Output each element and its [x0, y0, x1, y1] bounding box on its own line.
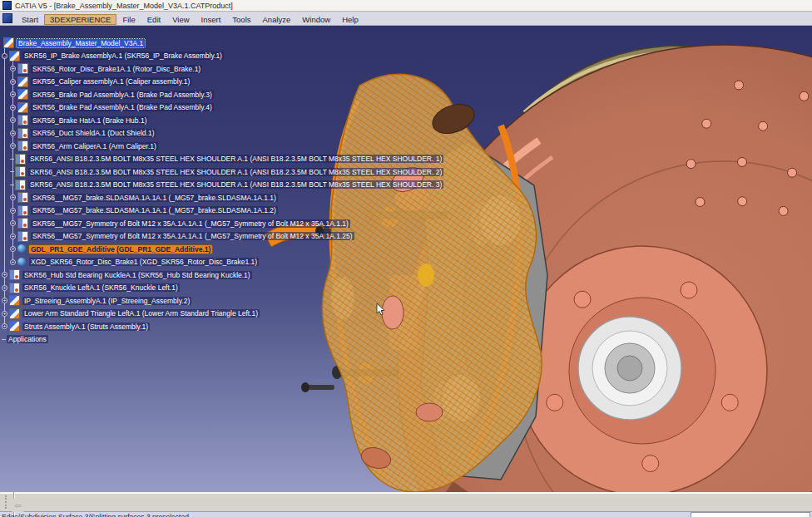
tree-item-label[interactable]: SKR56_Caliper assemblyA.1 (Caliper assem… — [31, 77, 191, 86]
tree-item-label[interactable]: Lower Arm Standard Triangle LeftA.1 (Low… — [22, 309, 260, 318]
tree-item-label[interactable]: Brake_Assembly_Master_Model_V3A.1 — [17, 39, 145, 47]
expand-node-icon[interactable]: + — [10, 259, 16, 265]
menu-item-start[interactable]: Start — [16, 14, 44, 25]
tree-item-label[interactable]: SKR56_Knuckle LeftA.1 (SKR56_Knuckle Lef… — [22, 283, 180, 292]
tree-item-label[interactable]: SKR56_Duct ShieldA.1 (Duct Shield.1) — [31, 129, 156, 137]
tree-item-label[interactable]: SKR56_Brake HatA.1 (Brake Hub.1) — [31, 116, 148, 125]
product-node-icon[interactable] — [17, 102, 28, 113]
tree-item[interactable]: SKR56_ANSI B18.2.3.5M BOLT M8x35 STEEL H… — [10, 154, 443, 165]
tree-item-label[interactable]: Applications — [7, 335, 48, 343]
tree-item[interactable]: +Struts AssemblyA.1 (Struts Assembly.1) — [2, 321, 150, 332]
product-node-icon[interactable] — [9, 51, 20, 62]
tree-item[interactable]: +SKR56_Arm CaliperA.1 (Arm Caliper.1) — [10, 140, 158, 151]
menu-item-tools[interactable]: Tools — [226, 14, 256, 25]
product-node-icon[interactable] — [3, 37, 14, 48]
part-node-icon[interactable] — [17, 115, 28, 126]
part-node-icon[interactable] — [17, 128, 28, 139]
tree-item[interactable]: Applications — [2, 334, 48, 345]
tree-item[interactable]: +SKR56__MG57_brake.SLDASMA.1A.1A.1 (_MG5… — [10, 192, 278, 203]
expand-node-icon[interactable]: + — [2, 311, 7, 317]
tree-item[interactable]: +SKR56_Caliper assemblyA.1 (Caliper asse… — [10, 76, 191, 87]
menu-item-3dexperience[interactable]: 3DEXPERIENCE — [44, 14, 116, 25]
tree-item-label[interactable]: IP_Streeing_AssemblyA.1 (IP_Streeing_Ass… — [22, 297, 191, 305]
expand-node-icon[interactable]: + — [2, 285, 7, 291]
part-node-icon[interactable] — [17, 218, 28, 229]
tree-item-label[interactable]: SKR56_Brake Pad AssemblyA.1 (Brake Pad A… — [31, 91, 214, 99]
menu-item-help[interactable]: Help — [336, 14, 364, 25]
product-node-icon[interactable] — [9, 308, 20, 319]
expand-node-icon[interactable]: + — [10, 143, 16, 149]
tree-item[interactable]: +SKR56__MG57_Symmetry of Bolt M12 x 35A.… — [10, 218, 350, 229]
tree-item-label[interactable]: SKR56_Hub Std Bearing KuckleA.1 (SKR56_H… — [22, 271, 252, 279]
tree-item[interactable]: +SKR56_Hub Std Bearing KuckleA.1 (SKR56_… — [2, 269, 252, 280]
3d-viewport[interactable]: Brake_Assembly_Master_Model_V3A.1-SKR56_… — [0, 26, 812, 492]
tree-item[interactable]: +SKR56_Rotor_Disc_Brake1A.1 (Rotor_Disc_… — [10, 63, 202, 74]
product-node-icon[interactable] — [9, 295, 20, 306]
power-input-field[interactable] — [691, 512, 810, 517]
sphere-node-icon[interactable] — [17, 258, 27, 267]
tree-item-label[interactable]: SKR56_ANSI B18.2.3.5M BOLT M8x35 STEEL H… — [28, 168, 443, 176]
tree-item[interactable]: +Lower Arm Standard Triangle LeftA.1 (Lo… — [2, 308, 260, 319]
expand-node-icon[interactable]: + — [2, 323, 7, 329]
product-node-icon[interactable] — [17, 89, 28, 100]
tree-item[interactable]: SKR56_ANSI B18.2.3.5M BOLT M8x35 STEEL H… — [10, 166, 443, 177]
part-node-icon[interactable] — [17, 140, 28, 151]
expand-node-icon[interactable]: + — [10, 117, 16, 123]
expand-node-icon[interactable]: + — [10, 91, 16, 97]
part-node-icon[interactable] — [15, 154, 26, 165]
menu-item-edit[interactable]: Edit — [141, 14, 166, 25]
tree-item-label[interactable]: SKR56_Rotor_Disc_Brake1A.1 (Rotor_Disc_B… — [31, 65, 202, 73]
tree-item-label[interactable]: SKR56__MG57_brake.SLDASMA.1A.1A.1 (_MG57… — [31, 194, 278, 202]
part-node-icon[interactable] — [9, 269, 20, 280]
expand-node-icon[interactable]: + — [10, 220, 16, 226]
expand-node-icon[interactable]: + — [10, 194, 16, 200]
expand-node-icon[interactable]: + — [2, 298, 7, 303]
tree-item-label[interactable]: SKR56_ANSI B18.2.3.5M BOLT M8x35 STEEL H… — [28, 155, 443, 163]
tree-item-label[interactable]: Struts AssemblyA.1 (Struts Assembly.1) — [22, 323, 150, 331]
tree-root-item[interactable]: Brake_Assembly_Master_Model_V3A.1 — [3, 37, 145, 48]
part-node-icon[interactable] — [17, 192, 28, 203]
part-node-icon[interactable] — [15, 180, 26, 190]
tree-item-label[interactable]: SKR56_Arm CaliperA.1 (Arm Caliper.1) — [31, 142, 158, 150]
tree-item[interactable]: +GDL_PR1_GDE_Additive (GDL_PR1_GDE_Addit… — [10, 244, 212, 254]
collapse-node-icon[interactable]: - — [2, 53, 7, 59]
tree-item-label[interactable]: SKR56_IP_Brake AssemblyA.1 (SKR56_IP_Bra… — [22, 52, 224, 60]
tree-item[interactable]: SKR56_ANSI B18.2.3.5M BOLT M8x35 STEEL H… — [10, 180, 443, 190]
tree-item[interactable]: +SKR56_Duct ShieldA.1 (Duct Shield.1) — [10, 128, 156, 139]
tree-item[interactable]: +SKR56__MG57_Symmetry of Bolt M12 x 35A.… — [10, 231, 354, 242]
menu-item-insert[interactable]: Insert — [196, 14, 227, 25]
expand-node-icon[interactable]: + — [10, 130, 16, 136]
part-node-icon[interactable] — [9, 283, 20, 293]
product-node-icon[interactable] — [9, 321, 20, 332]
tree-item[interactable]: +SKR56_Brake Pad AssemblyA.1 (Brake Pad … — [10, 102, 214, 113]
back-arrow-icon[interactable]: ⇦ — [12, 500, 24, 512]
expand-node-icon[interactable]: + — [2, 272, 7, 278]
sphere-node-icon[interactable] — [17, 244, 27, 254]
brake-hat-part[interactable] — [517, 246, 767, 492]
document-icon[interactable] — [2, 13, 12, 23]
expand-node-icon[interactable]: + — [10, 66, 16, 71]
product-node-icon[interactable] — [17, 76, 28, 87]
expand-node-icon[interactable]: + — [10, 105, 16, 111]
tree-item[interactable]: +IP_Streeing_AssemblyA.1 (IP_Streeing_As… — [2, 295, 191, 306]
tree-item[interactable]: +SKR56_Brake Pad AssemblyA.1 (Brake Pad … — [10, 89, 214, 100]
tree-item-label[interactable]: SKR56__MG57_Symmetry of Bolt M12 x 35A.1… — [31, 232, 354, 240]
expand-node-icon[interactable]: + — [10, 208, 16, 214]
part-node-icon[interactable] — [15, 166, 26, 177]
tree-item-label[interactable]: SKR56_Brake Pad AssemblyA.1 (Brake Pad A… — [31, 103, 214, 111]
expand-node-icon[interactable]: + — [10, 246, 16, 252]
tree-item-label[interactable]: SKR56__MG57_brake.SLDASMA.1A.1A.1 (_MG57… — [31, 206, 278, 214]
tree-item[interactable]: -SKR56_IP_Brake AssemblyA.1 (SKR56_IP_Br… — [2, 51, 224, 62]
tree-item-label[interactable]: GDL_PR1_GDE_Additive (GDL_PR1_GDE_Additi… — [29, 245, 212, 254]
part-node-icon[interactable] — [17, 63, 28, 74]
expand-node-icon[interactable]: + — [10, 79, 16, 85]
tree-item[interactable]: +XGD_SKR56_Rotor_Disc_Brake1 (XGD_SKR56_… — [10, 257, 259, 268]
part-node-icon[interactable] — [17, 205, 28, 216]
tree-item[interactable]: +SKR56_Knuckle LeftA.1 (SKR56_Knuckle Le… — [2, 283, 180, 293]
part-node-icon[interactable] — [17, 231, 28, 242]
tree-item-label[interactable]: SKR56__MG57_Symmetry of Bolt M12 x 35A.1… — [31, 219, 350, 228]
tree-item[interactable]: +SKR56__MG57_brake.SLDASMA.1A.1A.1 (_MG5… — [10, 205, 278, 216]
menu-item-view[interactable]: View — [166, 14, 195, 25]
tree-item-label[interactable]: SKR56_ANSI B18.2.3.5M BOLT M8x35 STEEL H… — [28, 180, 443, 189]
menu-item-window[interactable]: Window — [296, 14, 336, 25]
